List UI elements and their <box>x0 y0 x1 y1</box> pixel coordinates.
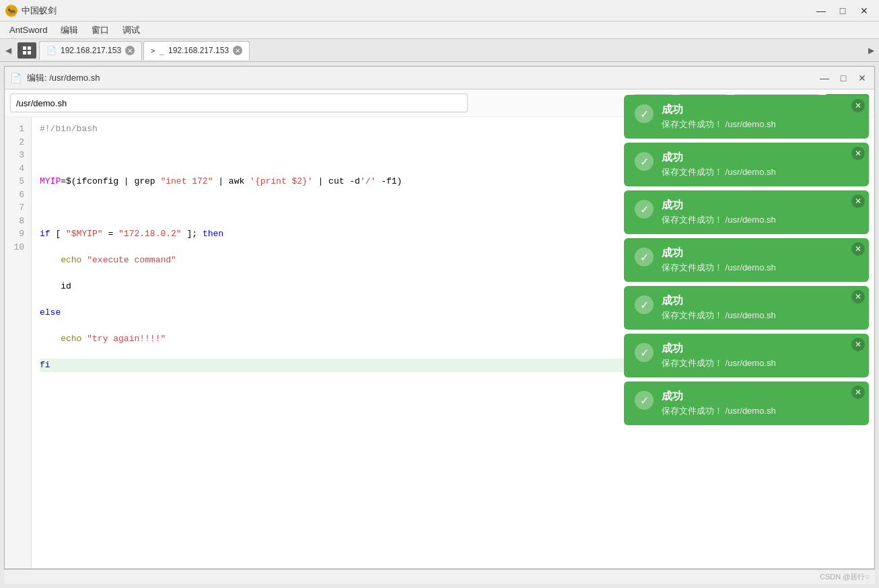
notif-content-3: 成功 保存文件成功！ /usr/demo.sh <box>662 198 858 226</box>
notif-title-7: 成功 <box>662 390 858 404</box>
notif-title-1: 成功 <box>662 103 858 117</box>
notif-close-4[interactable]: ✕ <box>851 242 865 256</box>
notification-4: ✓ 成功 保存文件成功！ /usr/demo.sh ✕ <box>624 238 869 282</box>
notif-check-7: ✓ <box>635 391 654 410</box>
minimize-button[interactable]: — <box>812 3 831 18</box>
tab-terminal-close[interactable]: ✕ <box>233 46 242 55</box>
notification-5: ✓ 成功 保存文件成功！ /usr/demo.sh ✕ <box>624 286 869 330</box>
window-controls: — □ ✕ <box>812 3 874 18</box>
menu-debug[interactable]: 调试 <box>116 23 147 38</box>
notif-check-6: ✓ <box>635 343 654 362</box>
svg-rect-0 <box>23 46 26 50</box>
notif-desc-7: 保存文件成功！ /usr/demo.sh <box>662 405 858 417</box>
tab-file[interactable]: 📄 192.168.217.153 ✕ <box>39 41 142 60</box>
menu-window[interactable]: 窗口 <box>85 23 116 38</box>
notif-title-2: 成功 <box>662 151 858 165</box>
notification-7: ✓ 成功 保存文件成功！ /usr/demo.sh ✕ <box>624 381 869 425</box>
tab-terminal-label: 192.168.217.153 <box>168 46 229 55</box>
grid-icon <box>22 46 32 55</box>
notif-check-5: ✓ <box>635 295 654 314</box>
menu-bar: AntSword 编辑 窗口 调试 <box>0 22 879 39</box>
menu-edit[interactable]: 编辑 <box>54 23 85 38</box>
tab-nav-right[interactable]: ▶ <box>864 42 878 59</box>
app-icon: 🐜 <box>5 5 17 17</box>
svg-rect-3 <box>28 51 31 54</box>
notif-desc-6: 保存文件成功！ /usr/demo.sh <box>662 357 858 369</box>
notif-content-2: 成功 保存文件成功！ /usr/demo.sh <box>662 151 858 178</box>
app-title: 中国蚁剑 <box>22 5 812 17</box>
notif-check-1: ✓ <box>635 104 654 123</box>
tab-nav-left[interactable]: ◀ <box>1 42 15 59</box>
notif-check-3: ✓ <box>635 200 654 219</box>
notif-check-4: ✓ <box>635 248 654 266</box>
notif-title-3: 成功 <box>662 198 858 213</box>
svg-rect-1 <box>28 46 31 50</box>
notif-desc-5: 保存文件成功！ /usr/demo.sh <box>662 309 858 322</box>
watermark: CSDN @居行○ <box>820 572 870 582</box>
notif-content-6: 成功 保存文件成功！ /usr/demo.sh <box>662 342 858 369</box>
file-icon: 📄 <box>10 73 22 83</box>
notif-desc-4: 保存文件成功！ /usr/demo.sh <box>662 262 858 274</box>
tab-terminal-icon: > _ <box>151 46 164 55</box>
notif-close-6[interactable]: ✕ <box>851 338 865 351</box>
tab-grid-button[interactable] <box>17 42 36 59</box>
notification-3: ✓ 成功 保存文件成功！ /usr/demo.sh ✕ <box>624 190 869 234</box>
notif-desc-1: 保存文件成功！ /usr/demo.sh <box>662 118 858 131</box>
tab-bar: ◀ 📄 192.168.217.153 ✕ > _ 192.168.217.15… <box>0 39 879 62</box>
notif-close-1[interactable]: ✕ <box>851 99 865 112</box>
svg-rect-2 <box>23 51 26 54</box>
line-numbers: 1 2 3 4 5 6 7 8 9 10 <box>5 117 32 568</box>
notif-desc-2: 保存文件成功！ /usr/demo.sh <box>662 166 858 178</box>
notif-check-2: ✓ <box>635 152 654 171</box>
editor-panel: 📄 编辑: /usr/demo.sh — □ ✕ ↻ 刷新 ≡ <box>4 66 875 569</box>
notifications-panel: ✓ 成功 保存文件成功！ /usr/demo.sh ✕ ✓ 成功 保存文件成功！… <box>619 89 874 568</box>
notif-title-4: 成功 <box>662 246 858 260</box>
title-bar: 🐜 中国蚁剑 — □ ✕ <box>0 0 879 22</box>
menu-antsword[interactable]: AntSword <box>3 24 54 36</box>
notification-6: ✓ 成功 保存文件成功！ /usr/demo.sh ✕ <box>624 334 869 377</box>
notif-content-7: 成功 保存文件成功！ /usr/demo.sh <box>662 390 858 417</box>
close-button[interactable]: ✕ <box>855 3 874 18</box>
notif-content-1: 成功 保存文件成功！ /usr/demo.sh <box>662 103 858 131</box>
notif-title-5: 成功 <box>662 294 858 308</box>
notif-close-3[interactable]: ✕ <box>851 194 865 208</box>
notification-2: ✓ 成功 保存文件成功！ /usr/demo.sh ✕ <box>624 143 869 186</box>
tab-file-label: 192.168.217.153 <box>61 46 121 55</box>
editor-panel-title: 编辑: /usr/demo.sh <box>27 72 812 84</box>
notif-title-6: 成功 <box>662 342 858 356</box>
editor-body: ↻ 刷新 ≡ 高亮 ▼ 📂 用此编码打开 ▼ <box>5 89 874 568</box>
editor-toolbar: 📄 编辑: /usr/demo.sh — □ ✕ <box>5 67 874 89</box>
maximize-button[interactable]: □ <box>833 3 852 18</box>
editor-minimize-button[interactable]: — <box>818 71 831 85</box>
notification-1: ✓ 成功 保存文件成功！ /usr/demo.sh ✕ <box>624 95 869 139</box>
notif-desc-3: 保存文件成功！ /usr/demo.sh <box>662 214 858 226</box>
notif-close-5[interactable]: ✕ <box>851 290 865 303</box>
notif-content-5: 成功 保存文件成功！ /usr/demo.sh <box>662 294 858 322</box>
notif-close-7[interactable]: ✕ <box>851 385 865 399</box>
notif-content-4: 成功 保存文件成功！ /usr/demo.sh <box>662 246 858 274</box>
tab-terminal[interactable]: > _ 192.168.217.153 ✕ <box>143 41 250 60</box>
notif-close-2[interactable]: ✕ <box>851 147 865 160</box>
editor-restore-button[interactable]: □ <box>837 71 850 85</box>
bottom-bar: CSDN @居行○ <box>4 569 875 584</box>
tab-file-icon: 📄 <box>46 46 57 55</box>
editor-close-button[interactable]: ✕ <box>855 71 869 85</box>
main-area: 📄 编辑: /usr/demo.sh — □ ✕ ↻ 刷新 ≡ <box>0 62 879 588</box>
tab-file-close[interactable]: ✕ <box>125 46 135 55</box>
file-path-input[interactable] <box>10 94 468 112</box>
